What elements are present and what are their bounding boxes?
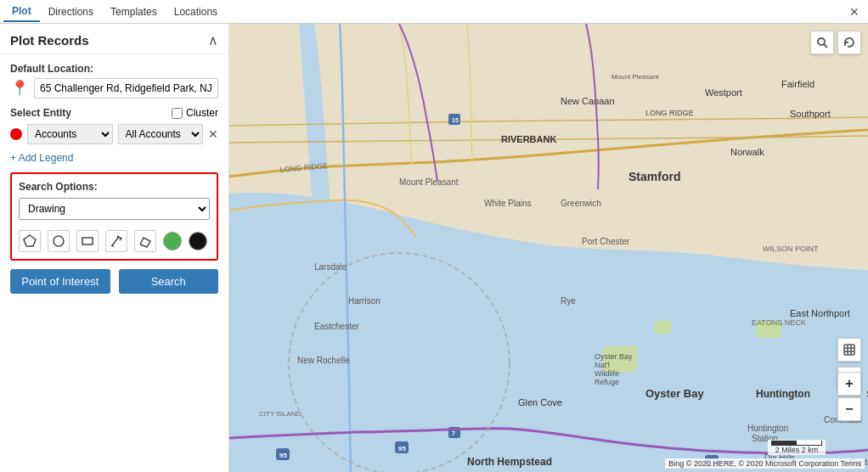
svg-text:Mount Pleasant: Mount Pleasant [612,73,659,81]
entity-type-dropdown[interactable]: Accounts [27,124,113,144]
search-type-dropdown[interactable]: Drawing Circle Rectangle Freehand [19,198,210,220]
point-of-interest-button[interactable]: Point of Interest [10,269,110,294]
svg-text:Eastchester: Eastchester [314,322,359,331]
svg-point-1 [54,236,64,246]
map-svg: LONG RIDGE LONG RIDGE RIVERBANK New Cana… [229,24,868,472]
svg-text:Norwalk: Norwalk [730,147,764,157]
sidebar-content: Default Location: 📍 Select Entity Cluste… [0,54,228,472]
map-attribution: Bing © 2020 HERE, © 2020 Microsoft Corpo… [665,458,865,469]
add-legend-link[interactable]: + Add Legend [10,152,73,164]
entity-color-dot [10,128,22,140]
cluster-checkbox[interactable] [172,108,183,119]
svg-text:North Hempstead: North Hempstead [467,456,552,468]
search-button[interactable]: Search [119,269,219,294]
svg-text:Port Chester: Port Chester [582,237,630,246]
svg-text:Harrison: Harrison [348,296,380,306]
action-buttons-row: Point of Interest Search [10,269,218,294]
svg-text:95: 95 [398,445,406,452]
map-layer-button[interactable] [837,338,861,362]
map-zoom-controls: + − [837,372,861,421]
svg-text:Stamford: Stamford [628,170,680,183]
svg-line-3 [112,237,119,245]
entity-filter-dropdown[interactable]: All Accounts [118,124,204,144]
rectangle-tool-button[interactable] [76,230,99,252]
scale-text: 2 Miles 2 km [775,446,819,454]
svg-rect-7 [654,321,671,334]
entity-selector-row: Accounts All Accounts ✕ [10,124,218,144]
tab-locations[interactable]: Locations [166,3,226,21]
svg-text:Huntington: Huntington [756,388,810,400]
circle-tool-button[interactable] [48,230,70,252]
svg-marker-0 [24,235,36,246]
svg-text:Southport: Southport [790,109,831,119]
svg-line-4 [111,245,114,246]
cluster-label: Cluster [186,107,218,119]
top-navigation: Plot Directions Templates Locations ✕ [0,0,868,24]
svg-text:Huntington: Huntington [747,424,788,433]
svg-rect-2 [82,238,93,244]
cluster-checkbox-row: Cluster [172,107,218,119]
svg-text:New Rochelle: New Rochelle [297,356,350,365]
svg-text:15: 15 [452,117,459,123]
map-refresh-button[interactable] [837,31,861,54]
svg-text:East Northport: East Northport [790,308,850,318]
sidebar-header: Plot Records ∧ [0,24,228,54]
svg-text:LONG RIDGE: LONG RIDGE [645,109,694,117]
tab-templates[interactable]: Templates [102,3,166,21]
select-entity-row: Select Entity Cluster [10,107,218,119]
svg-text:Fairfield: Fairfield [781,79,814,89]
eraser-tool-button[interactable] [134,230,156,252]
svg-text:Nat'l: Nat'l [595,361,610,369]
svg-text:Rye: Rye [561,296,576,306]
svg-text:Larsdale: Larsdale [314,262,347,272]
svg-text:WILSON POINT: WILSON POINT [763,244,819,253]
zoom-out-button[interactable]: − [837,397,861,421]
main-layout: Plot Records ∧ Default Location: 📍 Selec… [0,24,868,472]
svg-text:95: 95 [279,452,287,459]
map-scale-bar: 2 Miles 2 km [768,440,826,455]
svg-text:EATONS NECK: EATONS NECK [752,318,806,327]
polygon-tool-button[interactable] [19,230,41,252]
drawing-tools [19,230,210,252]
sidebar-panel: Plot Records ∧ Default Location: 📍 Selec… [0,24,229,472]
svg-text:Westport: Westport [705,87,742,98]
map-top-controls [810,31,861,54]
svg-line-58 [824,44,827,48]
svg-text:Greenwich: Greenwich [561,199,601,208]
location-pin-icon: 📍 [10,79,29,98]
tab-directions[interactable]: Directions [40,3,102,21]
stroke-color-picker[interactable] [189,232,207,250]
default-location-input[interactable] [34,78,218,98]
svg-text:RIVERBANK: RIVERBANK [501,134,556,144]
zoom-in-button[interactable]: + [837,372,861,396]
map-area[interactable]: LONG RIDGE LONG RIDGE RIVERBANK New Cana… [229,24,868,472]
fill-color-picker[interactable] [163,232,182,250]
default-location-row: 📍 [10,78,218,98]
svg-text:New Canaan: New Canaan [561,96,615,106]
svg-text:CITY ISLAND: CITY ISLAND [259,410,301,418]
sidebar-title: Plot Records [10,33,89,48]
search-options-section: Search Options: Drawing Circle Rectangle… [10,172,218,261]
pencil-tool-button[interactable] [105,230,127,252]
svg-text:Glen Cove: Glen Cove [518,397,562,407]
close-button[interactable]: ✕ [844,5,865,19]
search-options-label: Search Options: [19,181,210,193]
svg-text:White Plains: White Plains [484,199,532,208]
svg-text:7: 7 [452,430,455,436]
svg-text:Oyster Bay: Oyster Bay [595,352,633,361]
map-search-button[interactable] [810,31,834,54]
svg-text:Wildlife: Wildlife [595,369,619,378]
svg-point-57 [818,38,825,45]
svg-rect-59 [844,345,854,355]
svg-text:Mount Pleasant: Mount Pleasant [399,177,459,187]
map-background: LONG RIDGE LONG RIDGE RIVERBANK New Cana… [229,24,868,472]
svg-text:Oyster Bay: Oyster Bay [645,387,704,400]
select-entity-label: Select Entity [10,107,71,119]
default-location-label: Default Location: [10,63,218,75]
tab-plot[interactable]: Plot [3,2,40,22]
svg-text:Refuge: Refuge [595,378,619,386]
sidebar-collapse-button[interactable]: ∧ [208,32,218,48]
entity-clear-button[interactable]: ✕ [208,127,218,141]
